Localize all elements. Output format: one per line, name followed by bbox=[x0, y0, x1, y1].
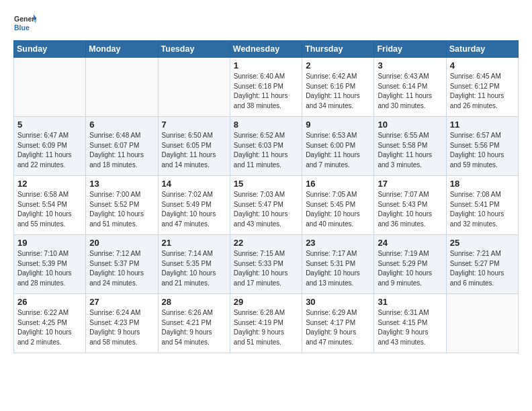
calendar-cell: 17Sunrise: 7:07 AM Sunset: 5:43 PM Dayli… bbox=[374, 176, 446, 235]
calendar-cell: 21Sunrise: 7:14 AM Sunset: 5:35 PM Dayli… bbox=[158, 235, 230, 294]
day-info: Sunrise: 7:14 AM Sunset: 5:35 PM Dayligh… bbox=[162, 249, 226, 288]
day-number: 3 bbox=[378, 60, 442, 71]
calendar-cell: 1Sunrise: 6:40 AM Sunset: 6:18 PM Daylig… bbox=[230, 58, 302, 117]
svg-text:Blue: Blue bbox=[14, 24, 30, 32]
day-number: 13 bbox=[89, 179, 154, 189]
calendar-cell: 13Sunrise: 7:00 AM Sunset: 5:52 PM Dayli… bbox=[86, 176, 158, 235]
calendar-cell: 19Sunrise: 7:10 AM Sunset: 5:39 PM Dayli… bbox=[14, 235, 86, 294]
day-info: Sunrise: 7:21 AM Sunset: 5:27 PM Dayligh… bbox=[450, 249, 515, 288]
day-info: Sunrise: 6:53 AM Sunset: 6:00 PM Dayligh… bbox=[306, 131, 370, 170]
calendar-cell: 29Sunrise: 6:28 AM Sunset: 4:19 PM Dayli… bbox=[230, 294, 302, 353]
day-number: 28 bbox=[162, 297, 226, 307]
calendar-cell bbox=[158, 58, 230, 117]
day-info: Sunrise: 7:05 AM Sunset: 5:45 PM Dayligh… bbox=[306, 190, 370, 229]
calendar-cell: 28Sunrise: 6:26 AM Sunset: 4:21 PM Dayli… bbox=[158, 294, 230, 353]
day-number: 16 bbox=[306, 179, 370, 189]
day-info: Sunrise: 6:55 AM Sunset: 5:58 PM Dayligh… bbox=[378, 131, 442, 170]
day-number: 8 bbox=[234, 120, 298, 130]
calendar-cell: 30Sunrise: 6:29 AM Sunset: 4:17 PM Dayli… bbox=[302, 294, 374, 353]
calendar-cell: 23Sunrise: 7:17 AM Sunset: 5:31 PM Dayli… bbox=[302, 235, 374, 294]
week-row-4: 19Sunrise: 7:10 AM Sunset: 5:39 PM Dayli… bbox=[14, 235, 519, 294]
day-info: Sunrise: 6:26 AM Sunset: 4:21 PM Dayligh… bbox=[162, 308, 226, 347]
weekday-friday: Friday bbox=[374, 41, 446, 58]
day-number: 12 bbox=[17, 179, 82, 189]
day-number: 23 bbox=[306, 238, 370, 248]
calendar-cell: 8Sunrise: 6:52 AM Sunset: 6:03 PM Daylig… bbox=[230, 117, 302, 176]
day-number: 11 bbox=[450, 120, 515, 130]
calendar-cell: 6Sunrise: 6:48 AM Sunset: 6:07 PM Daylig… bbox=[86, 117, 158, 176]
calendar-table: SundayMondayTuesdayWednesdayThursdayFrid… bbox=[13, 40, 519, 353]
calendar-cell: 16Sunrise: 7:05 AM Sunset: 5:45 PM Dayli… bbox=[302, 176, 374, 235]
day-info: Sunrise: 6:40 AM Sunset: 6:18 PM Dayligh… bbox=[234, 72, 298, 111]
day-info: Sunrise: 6:43 AM Sunset: 6:14 PM Dayligh… bbox=[378, 72, 442, 111]
calendar-cell: 10Sunrise: 6:55 AM Sunset: 5:58 PM Dayli… bbox=[374, 117, 446, 176]
day-number: 24 bbox=[378, 238, 442, 248]
day-info: Sunrise: 7:08 AM Sunset: 5:41 PM Dayligh… bbox=[450, 190, 515, 229]
day-number: 30 bbox=[306, 297, 370, 307]
day-info: Sunrise: 7:02 AM Sunset: 5:49 PM Dayligh… bbox=[162, 190, 226, 229]
day-info: Sunrise: 6:22 AM Sunset: 4:25 PM Dayligh… bbox=[17, 308, 82, 347]
logo-icon: General Blue bbox=[13, 12, 36, 35]
day-number: 19 bbox=[17, 238, 82, 248]
day-info: Sunrise: 7:07 AM Sunset: 5:43 PM Dayligh… bbox=[378, 190, 442, 229]
calendar-cell: 26Sunrise: 6:22 AM Sunset: 4:25 PM Dayli… bbox=[14, 294, 86, 353]
day-info: Sunrise: 7:19 AM Sunset: 5:29 PM Dayligh… bbox=[378, 249, 442, 288]
day-number: 5 bbox=[17, 120, 82, 130]
day-number: 10 bbox=[378, 120, 442, 130]
calendar-cell: 12Sunrise: 6:58 AM Sunset: 5:54 PM Dayli… bbox=[14, 176, 86, 235]
logo: General Blue bbox=[13, 12, 36, 35]
day-number: 6 bbox=[89, 120, 154, 130]
day-info: Sunrise: 6:58 AM Sunset: 5:54 PM Dayligh… bbox=[17, 190, 82, 229]
calendar-cell: 9Sunrise: 6:53 AM Sunset: 6:00 PM Daylig… bbox=[302, 117, 374, 176]
day-number: 26 bbox=[17, 297, 82, 307]
day-info: Sunrise: 6:50 AM Sunset: 6:05 PM Dayligh… bbox=[162, 131, 226, 170]
week-row-2: 5Sunrise: 6:47 AM Sunset: 6:09 PM Daylig… bbox=[14, 117, 519, 176]
day-info: Sunrise: 6:28 AM Sunset: 4:19 PM Dayligh… bbox=[234, 308, 298, 347]
day-number: 2 bbox=[306, 60, 370, 71]
calendar-cell bbox=[14, 58, 86, 117]
day-number: 15 bbox=[234, 179, 298, 189]
day-number: 27 bbox=[89, 297, 154, 307]
day-info: Sunrise: 7:10 AM Sunset: 5:39 PM Dayligh… bbox=[17, 249, 82, 288]
calendar-cell: 31Sunrise: 6:31 AM Sunset: 4:15 PM Dayli… bbox=[374, 294, 446, 353]
day-number: 14 bbox=[162, 179, 226, 189]
day-number: 1 bbox=[234, 60, 298, 71]
calendar-cell: 14Sunrise: 7:02 AM Sunset: 5:49 PM Dayli… bbox=[158, 176, 230, 235]
calendar-cell: 15Sunrise: 7:03 AM Sunset: 5:47 PM Dayli… bbox=[230, 176, 302, 235]
weekday-monday: Monday bbox=[86, 41, 158, 58]
day-info: Sunrise: 7:15 AM Sunset: 5:33 PM Dayligh… bbox=[234, 249, 298, 288]
calendar-cell: 4Sunrise: 6:45 AM Sunset: 6:12 PM Daylig… bbox=[446, 58, 518, 117]
day-number: 21 bbox=[162, 238, 226, 248]
weekday-header-row: SundayMondayTuesdayWednesdayThursdayFrid… bbox=[14, 41, 519, 58]
day-info: Sunrise: 6:29 AM Sunset: 4:17 PM Dayligh… bbox=[306, 308, 370, 347]
weekday-thursday: Thursday bbox=[302, 41, 374, 58]
weekday-sunday: Sunday bbox=[14, 41, 86, 58]
week-row-3: 12Sunrise: 6:58 AM Sunset: 5:54 PM Dayli… bbox=[14, 176, 519, 235]
day-number: 31 bbox=[378, 297, 442, 307]
calendar-cell: 11Sunrise: 6:57 AM Sunset: 5:56 PM Dayli… bbox=[446, 117, 518, 176]
day-number: 7 bbox=[162, 120, 226, 130]
weekday-tuesday: Tuesday bbox=[158, 41, 230, 58]
svg-text:General: General bbox=[14, 15, 36, 23]
week-row-1: 1Sunrise: 6:40 AM Sunset: 6:18 PM Daylig… bbox=[14, 58, 519, 117]
calendar-cell: 2Sunrise: 6:42 AM Sunset: 6:16 PM Daylig… bbox=[302, 58, 374, 117]
day-number: 18 bbox=[450, 179, 515, 189]
calendar-cell: 7Sunrise: 6:50 AM Sunset: 6:05 PM Daylig… bbox=[158, 117, 230, 176]
calendar-body: 1Sunrise: 6:40 AM Sunset: 6:18 PM Daylig… bbox=[14, 58, 519, 353]
page: General Blue SundayMondayTuesdayWednesda… bbox=[0, 0, 532, 365]
calendar-cell: 25Sunrise: 7:21 AM Sunset: 5:27 PM Dayli… bbox=[446, 235, 518, 294]
calendar-cell: 24Sunrise: 7:19 AM Sunset: 5:29 PM Dayli… bbox=[374, 235, 446, 294]
day-info: Sunrise: 6:57 AM Sunset: 5:56 PM Dayligh… bbox=[450, 131, 515, 170]
day-info: Sunrise: 6:52 AM Sunset: 6:03 PM Dayligh… bbox=[234, 131, 298, 170]
day-info: Sunrise: 7:17 AM Sunset: 5:31 PM Dayligh… bbox=[306, 249, 370, 288]
day-info: Sunrise: 6:31 AM Sunset: 4:15 PM Dayligh… bbox=[378, 308, 442, 347]
day-number: 17 bbox=[378, 179, 442, 189]
day-info: Sunrise: 6:24 AM Sunset: 4:23 PM Dayligh… bbox=[89, 308, 154, 347]
calendar-cell: 27Sunrise: 6:24 AM Sunset: 4:23 PM Dayli… bbox=[86, 294, 158, 353]
calendar-cell bbox=[86, 58, 158, 117]
day-number: 22 bbox=[234, 238, 298, 248]
week-row-5: 26Sunrise: 6:22 AM Sunset: 4:25 PM Dayli… bbox=[14, 294, 519, 353]
day-number: 9 bbox=[306, 120, 370, 130]
calendar-cell: 20Sunrise: 7:12 AM Sunset: 5:37 PM Dayli… bbox=[86, 235, 158, 294]
day-number: 29 bbox=[234, 297, 298, 307]
